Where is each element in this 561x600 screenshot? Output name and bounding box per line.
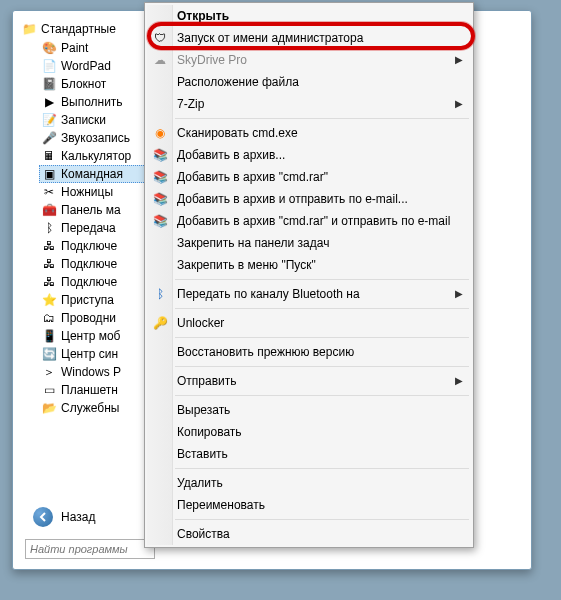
submenu-arrow-icon: ▶: [455, 375, 463, 386]
context-menu-item-label: Свойства: [177, 527, 230, 541]
bt-icon: ᛒ: [152, 286, 168, 302]
tree-item-label: Блокнот: [61, 77, 106, 91]
tree-item-label: Центр син: [61, 347, 118, 361]
context-menu-item[interactable]: ☁SkyDrive Pro▶: [147, 49, 471, 71]
mob-icon: 📱: [41, 328, 57, 344]
snip-icon: ✂: [41, 184, 57, 200]
context-menu-item[interactable]: Расположение файла: [147, 71, 471, 93]
context-menu-item[interactable]: 🛡Запуск от имени администратора: [147, 27, 471, 49]
context-menu-item-label: Добавить в архив и отправить по e-mail..…: [177, 192, 408, 206]
context-menu-item-label: Вставить: [177, 447, 228, 461]
tree-item-label: Подключе: [61, 257, 117, 271]
context-menu-item-label: Закрепить в меню "Пуск": [177, 258, 316, 272]
context-menu-item[interactable]: Переименовать: [147, 494, 471, 516]
context-menu-item[interactable]: 📚Добавить в архив...: [147, 144, 471, 166]
tree-item-label: Paint: [61, 41, 88, 55]
context-menu-item-label: Сканировать cmd.exe: [177, 126, 298, 140]
context-menu-item-label: 7-Zip: [177, 97, 204, 111]
folder-icon: 📁: [21, 21, 37, 37]
calc-icon: 🖩: [41, 148, 57, 164]
tree-item-label: Ножницы: [61, 185, 113, 199]
context-menu-separator: [175, 366, 469, 367]
service-icon: 📂: [41, 400, 57, 416]
tree-item-label: Передача: [61, 221, 116, 235]
tree-item-label: Командная: [61, 167, 123, 181]
context-menu-separator: [175, 308, 469, 309]
context-menu-item[interactable]: Удалить: [147, 472, 471, 494]
context-menu-item[interactable]: Восстановить прежнюю версию: [147, 341, 471, 363]
wordpad-icon: 📄: [41, 58, 57, 74]
tree-item-label: Калькулятор: [61, 149, 131, 163]
context-menu-item-label: Вырезать: [177, 403, 230, 417]
tree-item-label: Проводни: [61, 311, 116, 325]
context-menu-item[interactable]: 🔑Unlocker: [147, 312, 471, 334]
explorer-icon: 🗂: [41, 310, 57, 326]
rar-icon: 📚: [152, 213, 168, 229]
context-menu-item-label: Расположение файла: [177, 75, 299, 89]
paint-icon: 🎨: [41, 40, 57, 56]
net-icon: 🖧: [41, 238, 57, 254]
context-menu-item-label: Восстановить прежнюю версию: [177, 345, 354, 359]
sync-icon: 🔄: [41, 346, 57, 362]
rar-icon: 📚: [152, 191, 168, 207]
context-menu-item[interactable]: Вставить: [147, 443, 471, 465]
shield-icon: 🛡: [152, 30, 168, 46]
context-menu-item-label: SkyDrive Pro: [177, 53, 247, 67]
tree-item-label: Windows P: [61, 365, 121, 379]
context-menu-separator: [175, 279, 469, 280]
tree-item-label: Центр моб: [61, 329, 120, 343]
context-menu-item-label: Запуск от имени администратора: [177, 31, 363, 45]
cloud-icon: ☁: [152, 52, 168, 68]
notepad-icon: 📓: [41, 76, 57, 92]
net-icon: 🖧: [41, 256, 57, 272]
start-icon: ⭐: [41, 292, 57, 308]
notes-icon: 📝: [41, 112, 57, 128]
context-menu-item-label: Переименовать: [177, 498, 265, 512]
context-menu-item-label: Открыть: [177, 9, 229, 23]
context-menu-item[interactable]: Копировать: [147, 421, 471, 443]
ps-icon: ＞: [41, 364, 57, 380]
context-menu-item[interactable]: Вырезать: [147, 399, 471, 421]
net-icon: 🖧: [41, 274, 57, 290]
context-menu-item-label: Отправить: [177, 374, 237, 388]
context-menu-item-label: Добавить в архив...: [177, 148, 285, 162]
context-menu-item[interactable]: Закрепить на панели задач: [147, 232, 471, 254]
context-menu-item[interactable]: 📚Добавить в архив "cmd.rar" и отправить …: [147, 210, 471, 232]
context-menu: Открыть🛡Запуск от имени администратора☁S…: [144, 2, 474, 548]
back-label: Назад: [61, 510, 95, 524]
context-menu-item[interactable]: 📚Добавить в архив "cmd.rar": [147, 166, 471, 188]
key-icon: 🔑: [152, 315, 168, 331]
tree-item-label: Подключе: [61, 239, 117, 253]
tree-item-label: Выполнить: [61, 95, 123, 109]
context-menu-item-label: Unlocker: [177, 316, 224, 330]
context-menu-separator: [175, 468, 469, 469]
context-menu-item[interactable]: Отправить▶: [147, 370, 471, 392]
context-menu-item-label: Закрепить на панели задач: [177, 236, 329, 250]
context-menu-item-label: Передать по каналу Bluetooth на: [177, 287, 360, 301]
sound-icon: 🎤: [41, 130, 57, 146]
context-menu-item-label: Добавить в архив "cmd.rar": [177, 170, 328, 184]
bt-icon: ᛒ: [41, 220, 57, 236]
tree-item-label: Планшетн: [61, 383, 118, 397]
rar-icon: 📚: [152, 169, 168, 185]
context-menu-item[interactable]: Закрепить в меню "Пуск": [147, 254, 471, 276]
context-menu-item[interactable]: Свойства: [147, 523, 471, 545]
back-button[interactable]: Назад: [33, 507, 95, 527]
rar-icon: 📚: [152, 147, 168, 163]
context-menu-item[interactable]: ᛒПередать по каналу Bluetooth на▶: [147, 283, 471, 305]
tree-item-label: WordPad: [61, 59, 111, 73]
context-menu-item[interactable]: 📚Добавить в архив и отправить по e-mail.…: [147, 188, 471, 210]
run-icon: ▶: [41, 94, 57, 110]
tablet-icon: ▭: [41, 382, 57, 398]
search-input[interactable]: [25, 539, 155, 559]
context-menu-item-label: Удалить: [177, 476, 223, 490]
context-menu-item[interactable]: Открыть: [147, 5, 471, 27]
context-menu-item-label: Добавить в архив "cmd.rar" и отправить п…: [177, 214, 450, 228]
context-menu-item[interactable]: 7-Zip▶: [147, 93, 471, 115]
tree-item-label: Записки: [61, 113, 106, 127]
back-arrow-icon: [33, 507, 53, 527]
panel-icon: 🧰: [41, 202, 57, 218]
submenu-arrow-icon: ▶: [455, 98, 463, 109]
context-menu-item[interactable]: ◉Сканировать cmd.exe: [147, 122, 471, 144]
submenu-arrow-icon: ▶: [455, 54, 463, 65]
